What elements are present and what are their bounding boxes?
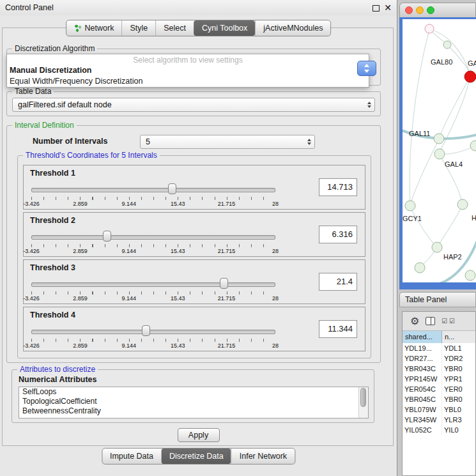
slider-track[interactable] <box>31 330 275 334</box>
tick-label: 2.859 <box>73 201 88 207</box>
tab-infer-network[interactable]: Infer Network <box>231 449 295 464</box>
network-node[interactable] <box>470 141 476 151</box>
float-window-icon[interactable] <box>372 5 380 12</box>
attribute-items: SelfLoopsTopologicalCoefficientBetweenne… <box>19 387 368 416</box>
node-label: GAL80 <box>431 58 452 66</box>
table-row[interactable]: YBL079WYBL0 <box>403 404 475 415</box>
table-row[interactable]: YER054CYER0 <box>403 384 475 394</box>
cell-shared-name: YIL052C <box>403 425 442 435</box>
tab-jactivemnodules[interactable]: jActiveMNodules <box>255 20 330 36</box>
apply-button[interactable]: Apply <box>178 428 220 442</box>
tab-label: Infer Network <box>240 452 287 461</box>
thresholds-group: Threshold's Coordinates for 5 Intervals … <box>17 155 371 358</box>
group-title: Threshold's Coordinates for 5 Intervals <box>23 151 160 160</box>
threshold-3-panel: Threshold 3 -3.4262.8599.14415.4321.7152… <box>23 259 365 304</box>
tab-network[interactable]: Network <box>66 20 122 36</box>
network-edge <box>440 77 470 152</box>
attribute-list-item[interactable]: SelfLoops <box>19 387 368 397</box>
dropdown-placeholder: Select algorithm to view settings <box>7 54 369 65</box>
network-node[interactable] <box>415 263 425 273</box>
slider-tick-labels: -3.4262.8599.14415.4321.71528 <box>31 201 275 208</box>
cell-name: YIL0 <box>442 425 475 435</box>
cell-shared-name: YLR345W <box>403 415 442 425</box>
network-edge <box>410 207 435 245</box>
tab-cyni-toolbox[interactable]: Cyni Toolbox <box>194 20 255 36</box>
table-row[interactable]: YDL19...YDL1 <box>403 343 475 353</box>
dropdown-option-equal-width-frequency[interactable]: Equal Width/Frequency Discretization <box>7 75 369 86</box>
column-header-shared-name[interactable]: shared... <box>403 331 442 343</box>
close-icon[interactable]: ✕ <box>384 2 392 13</box>
slider-thumb[interactable] <box>168 183 176 194</box>
tab-impute-data[interactable]: Impute Data <box>102 449 161 464</box>
network-node[interactable] <box>434 149 445 159</box>
scrollbar-thumb[interactable] <box>360 388 366 407</box>
column-header-name[interactable]: n... <box>442 331 475 343</box>
cell-name: YBL0 <box>442 404 475 415</box>
network-node[interactable] <box>443 41 451 49</box>
tab-label: Impute Data <box>110 452 153 461</box>
slider-track[interactable] <box>31 235 275 240</box>
network-node-red[interactable] <box>464 71 476 82</box>
network-edge <box>411 139 439 203</box>
threshold-1-value-input[interactable]: 14.713 <box>319 178 357 196</box>
slider-thumb[interactable] <box>220 278 228 289</box>
network-node[interactable] <box>425 24 434 33</box>
table-row[interactable]: YLR345WYLR3 <box>403 415 475 425</box>
minimize-traffic-icon[interactable] <box>416 6 424 14</box>
table-data-combobox[interactable]: galFiltered.sif default node <box>12 98 375 112</box>
tick-label: -3.426 <box>23 295 40 302</box>
group-title: Interval Definition <box>12 121 77 130</box>
threshold-2-value-input[interactable]: 6.316 <box>319 226 357 243</box>
network-node[interactable] <box>457 199 468 210</box>
tick-label: 15.43 <box>171 201 185 207</box>
tab-label: Select <box>164 24 186 33</box>
attribute-list-item[interactable]: TopologicalCoefficient <box>19 397 368 406</box>
tick-label: 2.859 <box>73 295 88 302</box>
list-scrollbar[interactable] <box>358 387 368 418</box>
select-rows-checkbox-icon[interactable]: ☑ ☑ <box>441 318 455 325</box>
settings-gear-icon[interactable]: ⚙ <box>410 316 419 326</box>
network-node[interactable] <box>432 242 442 252</box>
table-row[interactable]: YIL052CYIL0 <box>403 425 475 435</box>
tick-label: 21.715 <box>218 248 236 254</box>
slider-thumb[interactable] <box>103 231 111 242</box>
window-title: Control Panel <box>5 0 54 15</box>
network-edge <box>440 77 470 137</box>
network-canvas[interactable]: GAL80 GA GAL11 GAL4 GCY1 H HAP2 <box>403 19 476 282</box>
table-row[interactable]: YPR145WYPR1 <box>403 374 475 384</box>
threshold-4-value-input[interactable]: 11.344 <box>319 320 357 338</box>
threshold-4-slider[interactable]: -3.4262.8599.14415.4321.71528 <box>31 324 275 351</box>
threshold-1-panel: Threshold 1 -3.4262.8599.14415.4321.7152… <box>23 165 365 210</box>
table-row[interactable]: YBR043CYBR0 <box>403 364 475 374</box>
network-node[interactable] <box>405 201 415 211</box>
number-of-intervals-combobox[interactable]: 5 <box>140 135 315 149</box>
table-row[interactable]: YDR27...YDR2 <box>403 353 475 364</box>
zoom-traffic-icon[interactable] <box>427 6 434 14</box>
threshold-1-slider[interactable]: -3.4262.8599.14415.4321.71528 <box>31 182 275 209</box>
network-node[interactable] <box>465 270 475 280</box>
close-traffic-icon[interactable] <box>405 6 413 14</box>
slider-thumb[interactable] <box>142 325 150 336</box>
tick-label: 21.715 <box>218 201 236 207</box>
dropdown-option-manual-discretization[interactable]: Manual Discretization <box>7 65 369 75</box>
stepper-down-icon <box>364 70 369 73</box>
threshold-3-value-input[interactable]: 21.4 <box>319 273 357 291</box>
slider-track[interactable] <box>31 188 275 192</box>
tick-label: -3.426 <box>23 342 40 349</box>
tab-select[interactable]: Select <box>155 20 194 36</box>
attribute-list-item[interactable]: BetweennessCentrality <box>19 406 368 416</box>
network-node[interactable] <box>434 134 444 144</box>
table-data-group: Table Data galFiltered.sif default node <box>6 91 381 116</box>
numerical-attributes-list[interactable]: SelfLoopsTopologicalCoefficientBetweenne… <box>19 387 369 418</box>
threshold-3-slider[interactable]: -3.4262.8599.14415.4321.71528 <box>31 277 275 303</box>
algorithm-combobox-stepper[interactable] <box>357 61 376 76</box>
algorithm-dropdown: Select algorithm to view settings Manual… <box>6 54 369 88</box>
tab-discretize-data[interactable]: Discretize Data <box>161 449 231 464</box>
show-columns-icon[interactable] <box>426 317 435 325</box>
table-panel-window: ⚙ ☑ ☑ shared... n... YDL19...YDL1YDR27..… <box>402 311 476 476</box>
slider-track[interactable] <box>31 282 275 287</box>
tick-label: 9.144 <box>122 201 137 207</box>
table-row[interactable]: YBR045CYBR0 <box>403 394 475 404</box>
threshold-2-slider[interactable]: -3.4262.8599.14415.4321.71528 <box>31 229 275 256</box>
tab-style[interactable]: Style <box>121 20 155 36</box>
